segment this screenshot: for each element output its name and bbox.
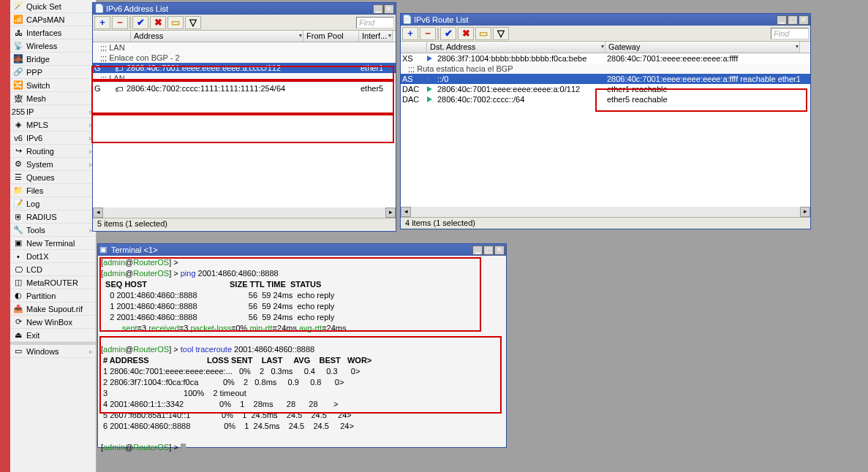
find-input[interactable]: Find [771,28,809,39]
address-row[interactable]: G🏷2806:40c:7002:cccc:1111:1111:1111:254/… [93,83,396,94]
grid-header: Address▾ From Pool Interf...▾ [93,31,396,42]
menu-item-routing[interactable]: ↪Routing▹ [10,145,96,158]
comment-row[interactable]: ;;; LAN [93,42,396,53]
grid-body[interactable]: XS2806:3f7:1004:bbbb:bbbb:bbbb:f0ca:bebe… [401,53,810,207]
menu-item-bridge[interactable]: 🌉Bridge [10,53,96,66]
menu-item-capsman[interactable]: 📶CAPsMAN [10,13,96,26]
col-gateway[interactable]: Gateway▾ [605,42,800,53]
col-interface[interactable]: Interf...▾ [359,31,393,42]
active-route-icon [427,96,432,102]
maximize-button[interactable]: ▢ [788,15,798,25]
menu-label: IPv6 [26,134,42,142]
route-row[interactable]: XS2806:3f7:1004:bbbb:bbbb:bbbb:f0ca:bebe… [401,53,810,64]
menu-item-queues[interactable]: ☰Queues [10,171,96,184]
menu-item-files[interactable]: 📁Files [10,184,96,197]
comment-row[interactable]: ;;; Ruta estatica hacia el BGP [401,64,810,74]
window-title: IPv6 Route List [414,15,776,24]
tools-icon: 🔧 [13,225,23,235]
menu-item-ip[interactable]: 255IP▹ [10,105,96,118]
find-input[interactable]: Find [356,17,394,28]
close-button[interactable]: ✕ [494,245,505,255]
hscrollbar[interactable]: ◂▸ [401,207,810,217]
menu-item-quick-set[interactable]: 🪄Quick Set [10,0,96,13]
menu-label: System [26,160,53,169]
maximize-button[interactable]: ▢ [483,245,494,255]
menu-item-radius[interactable]: ⛨RADIUS [10,210,96,224]
radius-icon: ⛨ [13,212,23,222]
menu-item-mpls[interactable]: ◈MPLS▹ [10,118,96,132]
window-title: Terminal <1> [111,245,472,254]
menu-item-partition[interactable]: ◐Partition [10,289,96,302]
titlebar[interactable]: 📄 IPv6 Address List ▁ ✕ [93,3,396,15]
route-row[interactable]: DAC2806:40c:7001:eeee:eeee:eeee:a:0/112e… [401,84,810,94]
disable-button[interactable]: ✖ [458,27,474,40]
comment-button[interactable]: ▭ [167,16,184,29]
menu-item-system[interactable]: ⚙System▹ [10,158,96,171]
menu-label: Files [26,186,43,195]
add-button[interactable]: + [402,27,418,40]
comment-row[interactable]: ;;; LAN [93,73,396,83]
menu-item-interfaces[interactable]: 🖧Interfaces [10,26,96,39]
col-address[interactable]: Address▾ [131,31,303,42]
col-dst[interactable]: Dst. Address▾ [427,42,605,53]
menu-item-metarouter[interactable]: ◫MetaROUTER [10,276,96,289]
system-icon: ⚙ [13,159,23,170]
menu-label: Queues [26,173,55,182]
menu-item-new-winbox[interactable]: ⟳New WinBox [10,316,96,329]
comment-button[interactable]: ▭ [475,27,491,40]
grid-body[interactable]: ;;; LAN;;; Enlace con BGP - 2G🏷2806:40c:… [93,42,396,208]
menu-label: New WinBox [26,318,72,327]
enable-button[interactable]: ✔ [132,16,148,29]
menu-item-ppp[interactable]: 🔗PPP [10,66,96,79]
terminal-body[interactable]: [admin@RouterOS] > [admin@RouterOS] > pi… [98,256,506,446]
add-button[interactable]: + [94,16,110,29]
winbox-vertical-label [0,0,10,472]
menu-item-new-terminal[interactable]: ▣New Terminal [10,237,96,250]
address-icon: 🏷 [115,85,127,92]
enable-button[interactable]: ✔ [440,27,456,40]
menu-item-mesh[interactable]: 🕸Mesh [10,92,96,105]
filter-button[interactable]: ▽ [185,16,201,29]
remove-button[interactable]: − [112,16,128,29]
part-icon: ◐ [13,291,23,301]
route-row[interactable]: AS::/02806:40c:7001:eeee:eeee:eeee:a:fff… [401,74,810,84]
menu-item-lcd[interactable]: 🖵LCD [10,263,96,276]
menu-item-make-supout.rif[interactable]: 📤Make Supout.rif [10,302,96,316]
iface-icon: 🖧 [13,28,23,38]
minimize-button[interactable]: ▁ [472,245,483,255]
menu-label: Log [26,199,39,208]
hscrollbar[interactable]: ◂▸ [93,208,396,218]
address-row[interactable]: G🏷2806:40c:7001:eeee:eeee:eeee:a:cccc/11… [93,63,396,73]
minimize-button[interactable]: ▁ [373,4,383,14]
menu-label: PPP [26,68,42,77]
route-row[interactable]: DAC2806:40c:7002:cccc::/64ether5 reachab… [401,94,810,104]
close-button[interactable]: ✕ [384,4,394,14]
wifi-icon: 📡 [13,41,23,51]
col-frompool[interactable]: From Pool [303,31,359,42]
menu-label: Routing [26,147,54,156]
address-icon: 🏷 [115,64,127,72]
menu-item-windows[interactable]: ▭Windows▹ [10,345,96,358]
close-button[interactable]: ✕ [799,15,809,25]
menu-item-switch[interactable]: 🔀Switch [10,79,96,92]
menu-item-ipv6[interactable]: v6IPv6▹ [10,132,96,145]
titlebar[interactable]: ▣ Terminal <1> ▁ ▢ ✕ [98,244,506,256]
menu-item-log[interactable]: 📝Log [10,197,96,210]
remove-button[interactable]: − [420,27,436,40]
titlebar[interactable]: 📄 IPv6 Route List ▁ ▢ ✕ [401,14,810,26]
menu-item-tools[interactable]: 🔧Tools▹ [10,224,96,237]
comment-row[interactable]: ;;; Enlace con BGP - 2 [93,53,396,63]
menu-label: IP [26,107,34,116]
separator [129,16,131,29]
ip-icon: 255 [13,107,23,117]
disable-button[interactable]: ✖ [150,16,166,29]
supout-icon: 📤 [13,304,23,314]
filter-button[interactable]: ▽ [493,27,509,40]
menu-item-dot1x[interactable]: •Dot1X [10,250,96,263]
routing-icon: ↪ [13,146,23,156]
menu-item-exit[interactable]: ⏏Exit [10,329,96,342]
minimize-button[interactable]: ▁ [777,15,787,25]
menu-item-wireless[interactable]: 📡Wireless [10,39,96,53]
menu-label: CAPsMAN [26,15,65,24]
grid-header: Dst. Address▾ Gateway▾ [401,42,810,53]
